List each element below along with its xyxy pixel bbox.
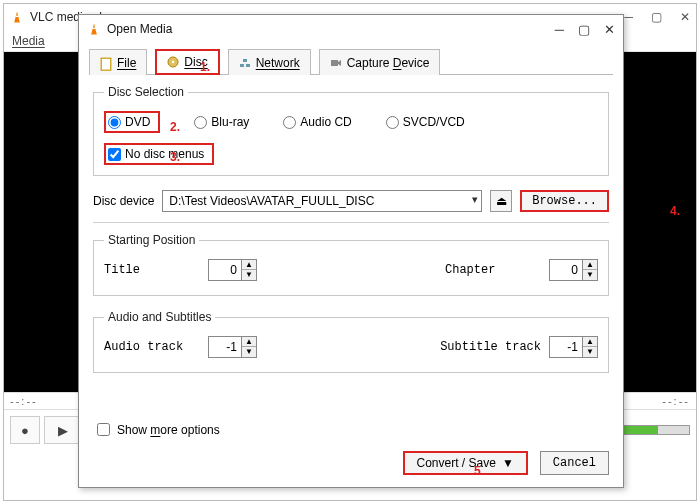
radio-dvd-wrap: DVD [104,111,160,133]
subtitle-track-spinbox[interactable]: ▲▼ [549,336,598,358]
volume-slider[interactable] [620,425,690,435]
tab-capture-label: D [393,56,402,70]
tab-network[interactable]: Network [228,49,311,75]
audio-track-spinbox[interactable]: ▲▼ [208,336,257,358]
svg-rect-1 [16,16,19,17]
eject-icon: ⏏ [496,194,507,208]
audio-track-input[interactable] [208,336,242,358]
radio-dvd[interactable] [108,116,121,129]
radio-dvd-label: DVD [125,115,150,129]
menu-media[interactable]: Media [12,34,45,48]
disc-device-input[interactable] [162,190,482,212]
file-icon [100,57,112,69]
vlc-cone-icon [87,22,101,36]
convert-save-button[interactable]: Convert / Save ▼ [403,451,528,475]
capture-icon [330,57,342,69]
disc-icon [167,56,179,68]
audio-subtitles-group: Audio and Subtitles Audio track ▲▼ Subti… [93,310,609,373]
tab-disc-label: Disc [184,55,207,69]
svg-rect-3 [93,28,96,29]
starting-position-group: Starting Position Title ▲▼ Chapter ▲▼ [93,233,609,296]
play-button[interactable]: ▶ [44,416,82,444]
title-label: Title [104,263,200,277]
radio-audiocd-label: Audio CD [300,115,351,129]
disc-device-label: Disc device [93,194,154,208]
svg-rect-7 [240,64,244,67]
spin-up-icon[interactable]: ▲ [242,260,256,270]
minimize-icon[interactable]: ─ [624,10,633,24]
close-icon[interactable]: ✕ [680,10,690,24]
check-nomenus-wrap: No disc menus [104,143,214,165]
record-icon[interactable]: ● [10,416,40,444]
radio-bluray-label: Blu-ray [211,115,249,129]
maximize-icon[interactable]: ▢ [651,10,662,24]
close-icon[interactable]: ✕ [604,22,615,37]
spin-up-icon[interactable]: ▲ [583,260,597,270]
disc-selection-legend: Disc Selection [104,85,188,99]
starting-position-legend: Starting Position [104,233,199,247]
network-icon [239,57,251,69]
minimize-icon[interactable]: ─ [555,22,564,37]
spin-up-icon[interactable]: ▲ [583,337,597,347]
dialog-titlebar: Open Media ─ ▢ ✕ [79,15,623,43]
spin-down-icon[interactable]: ▼ [583,270,597,280]
spin-down-icon[interactable]: ▼ [242,270,256,280]
open-media-dialog: Open Media ─ ▢ ✕ File Disc Network Captu… [78,14,624,488]
spin-up-icon[interactable]: ▲ [242,337,256,347]
chapter-label: Chapter [445,263,541,277]
tab-bar: File Disc Network Capture Device [79,43,623,75]
svg-rect-4 [101,58,111,70]
convert-save-label: Convert / Save [417,456,496,470]
disc-device-combo[interactable]: ▾ [162,190,482,212]
title-spinbox[interactable]: ▲▼ [208,259,257,281]
show-more-options-check[interactable] [97,423,110,436]
chapter-input[interactable] [549,259,583,281]
radio-audiocd[interactable] [283,116,296,129]
svg-rect-8 [246,64,250,67]
svg-point-6 [172,61,174,63]
audio-track-label: Audio track [104,340,200,354]
eject-button[interactable]: ⏏ [490,190,512,212]
svg-marker-11 [338,60,341,66]
cancel-button[interactable]: Cancel [540,451,609,475]
spin-down-icon[interactable]: ▼ [583,347,597,357]
radio-svcd-label: SVCD/VCD [403,115,465,129]
browse-button[interactable]: Browse... [520,190,609,212]
vlc-cone-icon [10,10,24,24]
chevron-down-icon: ▼ [502,456,514,470]
spin-down-icon[interactable]: ▼ [242,347,256,357]
tab-file[interactable]: File [89,49,147,75]
chapter-spinbox[interactable]: ▲▼ [549,259,598,281]
check-no-disc-menus-label: No disc menus [125,147,204,161]
svg-rect-10 [331,60,338,66]
audio-subtitles-legend: Audio and Subtitles [104,310,215,324]
tab-network-label: Network [256,56,300,70]
radio-svcd[interactable] [386,116,399,129]
radio-bluray[interactable] [194,116,207,129]
disc-selection-group: Disc Selection DVD Blu-ray Audio CD SVCD… [93,85,609,176]
subtitle-track-label: Subtitle track [440,340,541,354]
subtitle-track-input[interactable] [549,336,583,358]
tab-file-label: File [117,56,136,70]
tab-capture[interactable]: Capture Device [319,49,441,75]
maximize-icon[interactable]: ▢ [578,22,590,37]
svg-rect-9 [243,59,247,62]
title-input[interactable] [208,259,242,281]
check-no-disc-menus[interactable] [108,148,121,161]
tab-disc[interactable]: Disc [155,49,219,75]
dialog-title: Open Media [107,22,555,36]
